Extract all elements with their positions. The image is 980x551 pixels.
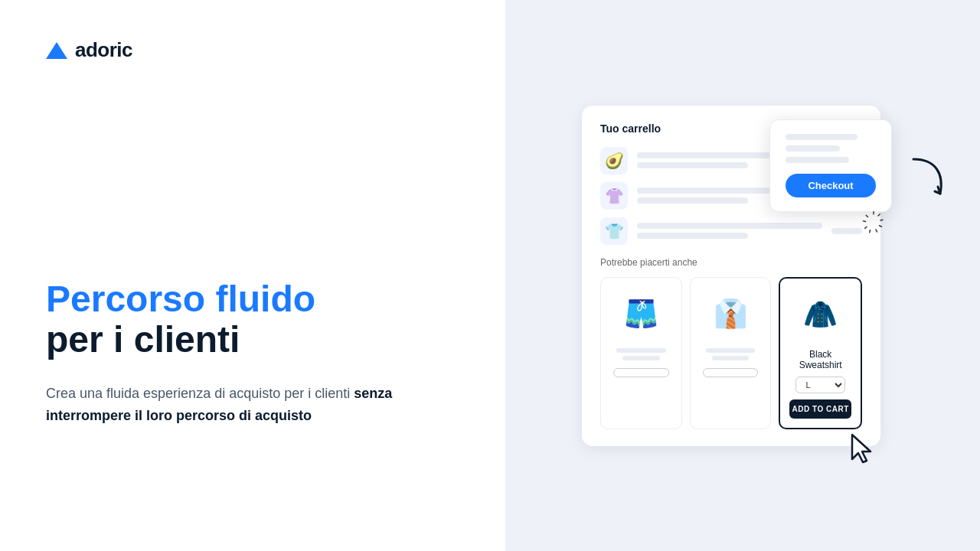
popup-line-3 bbox=[786, 157, 849, 163]
rec-card-lines-1 bbox=[610, 348, 672, 360]
svg-line-8 bbox=[866, 215, 867, 217]
svg-line-1 bbox=[878, 214, 880, 215]
rec-card-line-2a bbox=[706, 348, 756, 353]
svg-line-5 bbox=[870, 230, 871, 232]
cart-item-image-2: 👚 bbox=[600, 182, 628, 210]
right-panel: Tuo carrello 🥑 👚 bbox=[505, 0, 980, 551]
svg-line-7 bbox=[864, 220, 866, 221]
rec-size-select[interactable]: L S M XL bbox=[795, 377, 845, 393]
popup-line-2 bbox=[786, 145, 840, 152]
cart-item-3: 👕 bbox=[600, 217, 862, 245]
cart-item-image-3: 👕 bbox=[600, 217, 628, 245]
cart-item-line-3 bbox=[637, 223, 822, 229]
cart-item-line-short-3 bbox=[637, 233, 748, 239]
rec-add-to-cart-btn-3[interactable]: ADD TO CART bbox=[789, 399, 851, 419]
cart-item-price-3 bbox=[831, 228, 862, 234]
cart-item-image-1: 🥑 bbox=[600, 147, 628, 174]
starburst-icon bbox=[862, 211, 885, 237]
rec-add-btn-2[interactable] bbox=[703, 368, 759, 377]
arrow-icon bbox=[906, 152, 948, 212]
rec-card-line-1b bbox=[622, 356, 659, 360]
mockup-container: Tuo carrello 🥑 👚 bbox=[582, 106, 903, 446]
rec-card-3: 🧥 Black Sweatshirt L S M XL ADD TO CART bbox=[779, 277, 862, 429]
rec-card-line-1a bbox=[616, 348, 666, 353]
rec-card-lines-2 bbox=[700, 348, 762, 360]
logo: adoric bbox=[46, 38, 459, 62]
cursor-icon bbox=[848, 432, 877, 469]
rec-card-1: 🩳 bbox=[600, 277, 682, 429]
rec-cards: 🩳 👔 bbox=[600, 277, 862, 429]
rec-card-img-3: 🧥 bbox=[794, 288, 848, 341]
svg-line-3 bbox=[880, 225, 882, 227]
hero-content: Percorso fluido per i clienti Crea una f… bbox=[46, 233, 459, 427]
rec-add-btn-1[interactable] bbox=[613, 368, 669, 377]
checkout-popup: Checkout bbox=[769, 119, 892, 212]
rec-card-img-1: 🩳 bbox=[614, 287, 668, 341]
popup-lines bbox=[786, 134, 876, 163]
recommendations: Potrebbe piacerti anche 🩳 👔 bbox=[600, 257, 862, 429]
rec-card-name-3: Black Sweatshirt bbox=[789, 349, 851, 370]
svg-line-2 bbox=[880, 220, 883, 220]
svg-line-4 bbox=[876, 230, 877, 232]
hero-title-dark: per i clienti bbox=[46, 320, 459, 360]
rec-card-2: 👔 bbox=[690, 277, 772, 429]
checkout-button[interactable]: Checkout bbox=[786, 174, 876, 197]
logo-triangle-icon bbox=[46, 42, 67, 59]
cart-item-line-short bbox=[637, 162, 748, 168]
rec-title: Potrebbe piacerti anche bbox=[600, 257, 862, 268]
cart-item-line-short-2 bbox=[637, 197, 748, 204]
cart-item-lines-3 bbox=[637, 223, 822, 239]
logo-text: adoric bbox=[75, 38, 132, 62]
hero-description: Crea una fluida esperienza di acquisto p… bbox=[46, 383, 429, 427]
rec-card-img-2: 👔 bbox=[704, 287, 757, 341]
cart-widget: Tuo carrello 🥑 👚 bbox=[582, 106, 880, 446]
svg-line-6 bbox=[865, 227, 867, 228]
description-start: Crea una fluida esperienza di acquisto p… bbox=[46, 386, 354, 401]
popup-line-1 bbox=[786, 134, 858, 140]
rec-card-line-2b bbox=[712, 356, 749, 360]
left-panel: adoric Percorso fluido per i clienti Cre… bbox=[0, 0, 505, 551]
hero-title-blue: Percorso fluido bbox=[46, 279, 459, 320]
